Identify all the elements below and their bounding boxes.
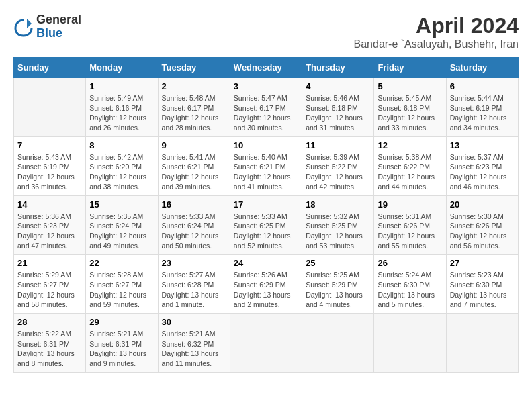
day-number: 19: [378, 199, 442, 210]
calendar-cell: 28Sunrise: 5:22 AMSunset: 6:31 PMDayligh…: [14, 314, 86, 373]
day-number: 29: [89, 317, 154, 327]
title-area: April 2024 Bandar-e `Asaluyah, Bushehr, …: [354, 13, 519, 50]
calendar-cell: 25Sunrise: 5:25 AMSunset: 6:29 PMDayligh…: [302, 255, 374, 314]
calendar-cell: 2Sunrise: 5:48 AMSunset: 6:17 PMDaylight…: [158, 78, 230, 137]
calendar-cell: 15Sunrise: 5:35 AMSunset: 6:24 PMDayligh…: [86, 195, 158, 255]
day-info: Sunrise: 5:39 AMSunset: 6:22 PMDaylight:…: [306, 152, 370, 192]
day-info: Sunrise: 5:46 AMSunset: 6:18 PMDaylight:…: [306, 93, 370, 133]
calendar-week-5: 28Sunrise: 5:22 AMSunset: 6:31 PMDayligh…: [14, 314, 519, 373]
calendar-cell: 17Sunrise: 5:33 AMSunset: 6:25 PMDayligh…: [230, 195, 302, 255]
calendar-cell: 30Sunrise: 5:21 AMSunset: 6:32 PMDayligh…: [158, 314, 230, 373]
day-info: Sunrise: 5:47 AMSunset: 6:17 PMDaylight:…: [234, 93, 298, 133]
day-info: Sunrise: 5:41 AMSunset: 6:21 PMDaylight:…: [162, 152, 226, 192]
day-number: 4: [306, 81, 370, 91]
day-info: Sunrise: 5:33 AMSunset: 6:24 PMDaylight:…: [162, 212, 226, 251]
day-info: Sunrise: 5:25 AMSunset: 6:29 PMDaylight:…: [306, 270, 370, 310]
calendar-body: 1Sunrise: 5:49 AMSunset: 6:16 PMDaylight…: [14, 78, 519, 373]
day-number: 21: [17, 258, 82, 268]
day-number: 30: [162, 317, 226, 327]
day-info: Sunrise: 5:44 AMSunset: 6:19 PMDaylight:…: [450, 93, 515, 133]
day-number: 14: [17, 199, 82, 210]
header-day-sunday: Sunday: [14, 58, 86, 78]
day-number: 27: [450, 258, 515, 268]
calendar-cell: 4Sunrise: 5:46 AMSunset: 6:18 PMDaylight…: [302, 78, 374, 137]
day-info: Sunrise: 5:45 AMSunset: 6:18 PMDaylight:…: [378, 93, 442, 133]
day-number: 25: [306, 258, 370, 268]
calendar-cell: 21Sunrise: 5:29 AMSunset: 6:27 PMDayligh…: [14, 255, 86, 314]
calendar-cell: 8Sunrise: 5:42 AMSunset: 6:20 PMDaylight…: [86, 136, 158, 195]
calendar-cell: 1Sunrise: 5:49 AMSunset: 6:16 PMDaylight…: [86, 78, 158, 137]
day-info: Sunrise: 5:49 AMSunset: 6:16 PMDaylight:…: [89, 93, 154, 133]
day-number: 28: [17, 317, 82, 327]
calendar-cell: 22Sunrise: 5:28 AMSunset: 6:27 PMDayligh…: [86, 255, 158, 314]
day-number: 15: [89, 199, 154, 210]
day-number: 26: [378, 258, 442, 268]
header-day-saturday: Saturday: [446, 58, 518, 78]
page-header: General Blue April 2024 Bandar-e `Asaluy…: [13, 13, 519, 50]
calendar-cell: [230, 314, 302, 373]
calendar-cell: 5Sunrise: 5:45 AMSunset: 6:18 PMDaylight…: [374, 78, 446, 137]
logo-text: General Blue: [36, 13, 81, 40]
calendar-cell: 24Sunrise: 5:26 AMSunset: 6:29 PMDayligh…: [230, 255, 302, 314]
logo-icon: [13, 17, 34, 37]
day-info: Sunrise: 5:38 AMSunset: 6:22 PMDaylight:…: [378, 152, 442, 192]
day-info: Sunrise: 5:29 AMSunset: 6:27 PMDaylight:…: [17, 270, 82, 310]
calendar-week-2: 7Sunrise: 5:43 AMSunset: 6:19 PMDaylight…: [14, 136, 519, 195]
calendar-cell: 26Sunrise: 5:24 AMSunset: 6:30 PMDayligh…: [374, 255, 446, 314]
calendar-cell: 13Sunrise: 5:37 AMSunset: 6:23 PMDayligh…: [446, 136, 518, 195]
day-number: 7: [17, 140, 82, 150]
day-number: 18: [306, 199, 370, 210]
calendar-cell: 6Sunrise: 5:44 AMSunset: 6:19 PMDaylight…: [446, 78, 518, 137]
day-info: Sunrise: 5:40 AMSunset: 6:21 PMDaylight:…: [234, 152, 298, 192]
day-info: Sunrise: 5:21 AMSunset: 6:32 PMDaylight:…: [162, 329, 226, 369]
calendar-cell: 9Sunrise: 5:41 AMSunset: 6:21 PMDaylight…: [158, 136, 230, 195]
calendar-cell: 16Sunrise: 5:33 AMSunset: 6:24 PMDayligh…: [158, 195, 230, 255]
day-number: 13: [450, 140, 515, 150]
day-info: Sunrise: 5:30 AMSunset: 6:26 PMDaylight:…: [450, 212, 515, 251]
day-info: Sunrise: 5:22 AMSunset: 6:31 PMDaylight:…: [17, 329, 82, 369]
day-number: 6: [450, 81, 515, 91]
calendar-cell: 29Sunrise: 5:21 AMSunset: 6:31 PMDayligh…: [86, 314, 158, 373]
logo: General Blue: [13, 13, 81, 40]
subtitle: Bandar-e `Asaluyah, Bushehr, Iran: [354, 38, 519, 50]
calendar-week-1: 1Sunrise: 5:49 AMSunset: 6:16 PMDaylight…: [14, 78, 519, 137]
day-number: 22: [89, 258, 154, 268]
calendar-cell: [374, 314, 446, 373]
day-info: Sunrise: 5:33 AMSunset: 6:25 PMDaylight:…: [234, 212, 298, 251]
header-day-monday: Monday: [86, 58, 158, 78]
calendar-cell: 19Sunrise: 5:31 AMSunset: 6:26 PMDayligh…: [374, 195, 446, 255]
day-info: Sunrise: 5:21 AMSunset: 6:31 PMDaylight:…: [89, 329, 154, 369]
calendar-cell: 27Sunrise: 5:23 AMSunset: 6:30 PMDayligh…: [446, 255, 518, 314]
calendar-cell: [302, 314, 374, 373]
day-number: 16: [162, 199, 226, 210]
day-number: 8: [89, 140, 154, 150]
logo-blue-text: Blue: [36, 27, 81, 40]
calendar-table: SundayMondayTuesdayWednesdayThursdayFrid…: [13, 57, 519, 373]
day-number: 12: [378, 140, 442, 150]
day-info: Sunrise: 5:24 AMSunset: 6:30 PMDaylight:…: [378, 270, 442, 310]
header-day-friday: Friday: [374, 58, 446, 78]
day-info: Sunrise: 5:28 AMSunset: 6:27 PMDaylight:…: [89, 270, 154, 310]
day-number: 23: [162, 258, 226, 268]
day-info: Sunrise: 5:42 AMSunset: 6:20 PMDaylight:…: [89, 152, 154, 192]
day-info: Sunrise: 5:32 AMSunset: 6:25 PMDaylight:…: [306, 212, 370, 251]
day-number: 5: [378, 81, 442, 91]
header-day-wednesday: Wednesday: [230, 58, 302, 78]
day-info: Sunrise: 5:37 AMSunset: 6:23 PMDaylight:…: [450, 152, 515, 192]
calendar-cell: 20Sunrise: 5:30 AMSunset: 6:26 PMDayligh…: [446, 195, 518, 255]
day-number: 24: [234, 258, 298, 268]
calendar-cell: [14, 78, 86, 137]
calendar-week-3: 14Sunrise: 5:36 AMSunset: 6:23 PMDayligh…: [14, 195, 519, 255]
calendar-cell: 23Sunrise: 5:27 AMSunset: 6:28 PMDayligh…: [158, 255, 230, 314]
day-info: Sunrise: 5:27 AMSunset: 6:28 PMDaylight:…: [162, 270, 226, 310]
calendar-cell: 12Sunrise: 5:38 AMSunset: 6:22 PMDayligh…: [374, 136, 446, 195]
header-row: SundayMondayTuesdayWednesdayThursdayFrid…: [14, 58, 519, 78]
day-info: Sunrise: 5:36 AMSunset: 6:23 PMDaylight:…: [17, 212, 82, 251]
calendar-cell: 18Sunrise: 5:32 AMSunset: 6:25 PMDayligh…: [302, 195, 374, 255]
day-number: 9: [162, 140, 226, 150]
day-number: 20: [450, 199, 515, 210]
day-number: 3: [234, 81, 298, 91]
calendar-cell: 11Sunrise: 5:39 AMSunset: 6:22 PMDayligh…: [302, 136, 374, 195]
day-number: 11: [306, 140, 370, 150]
calendar-cell: 10Sunrise: 5:40 AMSunset: 6:21 PMDayligh…: [230, 136, 302, 195]
